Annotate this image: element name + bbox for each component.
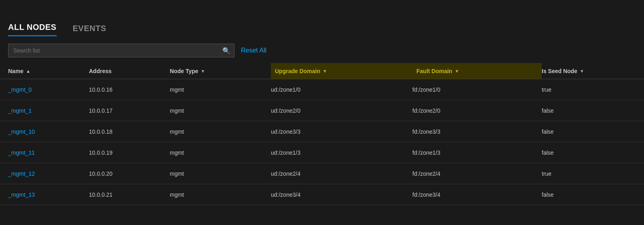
cell-name[interactable]: _mgmt_11 bbox=[8, 149, 89, 156]
cell-address: 10.0.0.21 bbox=[89, 191, 170, 198]
cell-upgrade-domain: ud:/zone3/3 bbox=[271, 128, 412, 135]
reset-all-button[interactable]: Reset All bbox=[241, 47, 266, 54]
col-address-label: Address bbox=[89, 68, 112, 74]
cell-name[interactable]: _mgmt_12 bbox=[8, 170, 89, 177]
table-row[interactable]: _mgmt_1210.0.0.20mgmtud:/zone2/4fd:/zone… bbox=[0, 163, 644, 184]
table-row[interactable]: _mgmt_1010.0.0.18mgmtud:/zone3/3fd:/zone… bbox=[0, 121, 644, 142]
table-body: _mgmt_010.0.0.16mgmtud:/zone1/0fd:/zone1… bbox=[0, 79, 644, 205]
col-is-seed-node-label: Is Seed Node bbox=[542, 68, 577, 74]
col-header-address: Address bbox=[89, 68, 170, 74]
cell-is-seed-node: true bbox=[542, 170, 644, 177]
col-header-name[interactable]: Name ▲ bbox=[8, 68, 89, 74]
cell-address: 10.0.0.19 bbox=[89, 149, 170, 156]
col-name-label: Name bbox=[8, 68, 23, 74]
cell-node-type: mgmt bbox=[170, 170, 271, 177]
cell-upgrade-domain: ud:/zone1/3 bbox=[271, 149, 412, 156]
col-fault-domain-label: Fault Domain bbox=[416, 68, 452, 74]
tab-events[interactable]: EVENTS bbox=[73, 24, 106, 36]
sort-asc-icon: ▲ bbox=[26, 69, 30, 74]
cell-is-seed-node: false bbox=[542, 107, 644, 114]
cell-name[interactable]: _mgmt_0 bbox=[8, 86, 89, 93]
cell-address: 10.0.0.18 bbox=[89, 128, 170, 135]
cell-node-type: mgmt bbox=[170, 86, 271, 93]
tabs-container: ALL NODES EVENTS bbox=[0, 0, 644, 36]
search-bar-row: 🔍 Reset All bbox=[0, 36, 644, 63]
table-row[interactable]: _mgmt_1310.0.0.21mgmtud:/zone3/4fd:/zone… bbox=[0, 184, 644, 205]
cell-node-type: mgmt bbox=[170, 128, 271, 135]
tab-all-nodes[interactable]: ALL NODES bbox=[8, 23, 57, 36]
cell-upgrade-domain: ud:/zone2/0 bbox=[271, 107, 412, 114]
col-node-type-label: Node Type bbox=[170, 68, 198, 74]
cell-is-seed-node: false bbox=[542, 149, 644, 156]
cell-address: 10.0.0.16 bbox=[89, 86, 170, 93]
cell-fault-domain: fd:/zone1/0 bbox=[412, 86, 542, 93]
table-row[interactable]: _mgmt_010.0.0.16mgmtud:/zone1/0fd:/zone1… bbox=[0, 79, 644, 100]
col-header-fault-domain[interactable]: Fault Domain ▼ bbox=[412, 63, 542, 79]
filter-node-type-icon: ▼ bbox=[201, 69, 205, 74]
cell-fault-domain: fd:/zone2/0 bbox=[412, 107, 542, 114]
table-header: Name ▲ Address Node Type ▼ Upgrade Domai… bbox=[0, 63, 644, 79]
cell-fault-domain: fd:/zone3/4 bbox=[412, 191, 542, 198]
cell-name[interactable]: _mgmt_10 bbox=[8, 128, 89, 135]
col-header-upgrade-domain[interactable]: Upgrade Domain ▼ bbox=[271, 63, 412, 79]
cell-name[interactable]: _mgmt_13 bbox=[8, 191, 89, 198]
col-upgrade-domain-label: Upgrade Domain bbox=[275, 68, 320, 74]
cell-upgrade-domain: ud:/zone3/4 bbox=[271, 191, 412, 198]
cell-address: 10.0.0.17 bbox=[89, 107, 170, 114]
search-input[interactable] bbox=[8, 44, 234, 57]
search-container: 🔍 bbox=[8, 44, 234, 57]
col-header-is-seed-node[interactable]: Is Seed Node ▼ bbox=[542, 68, 644, 74]
cell-address: 10.0.0.20 bbox=[89, 170, 170, 177]
cell-is-seed-node: false bbox=[542, 191, 644, 198]
cell-fault-domain: fd:/zone1/3 bbox=[412, 149, 542, 156]
cell-fault-domain: fd:/zone2/4 bbox=[412, 170, 542, 177]
cell-upgrade-domain: ud:/zone2/4 bbox=[271, 170, 412, 177]
filter-is-seed-node-icon: ▼ bbox=[580, 69, 584, 74]
search-icon: 🔍 bbox=[222, 47, 230, 55]
cell-node-type: mgmt bbox=[170, 149, 271, 156]
table-container: Name ▲ Address Node Type ▼ Upgrade Domai… bbox=[0, 63, 644, 205]
cell-name[interactable]: _mgmt_1 bbox=[8, 107, 89, 114]
table-row[interactable]: _mgmt_110.0.0.17mgmtud:/zone2/0fd:/zone2… bbox=[0, 100, 644, 121]
cell-node-type: mgmt bbox=[170, 191, 271, 198]
filter-fault-domain-icon: ▼ bbox=[455, 69, 459, 74]
col-header-node-type[interactable]: Node Type ▼ bbox=[170, 68, 271, 74]
table-row[interactable]: _mgmt_1110.0.0.19mgmtud:/zone1/3fd:/zone… bbox=[0, 142, 644, 163]
cell-node-type: mgmt bbox=[170, 107, 271, 114]
cell-upgrade-domain: ud:/zone1/0 bbox=[271, 86, 412, 93]
cell-fault-domain: fd:/zone3/3 bbox=[412, 128, 542, 135]
cell-is-seed-node: false bbox=[542, 128, 644, 135]
cell-is-seed-node: true bbox=[542, 86, 644, 93]
filter-upgrade-domain-icon: ▼ bbox=[323, 69, 327, 74]
